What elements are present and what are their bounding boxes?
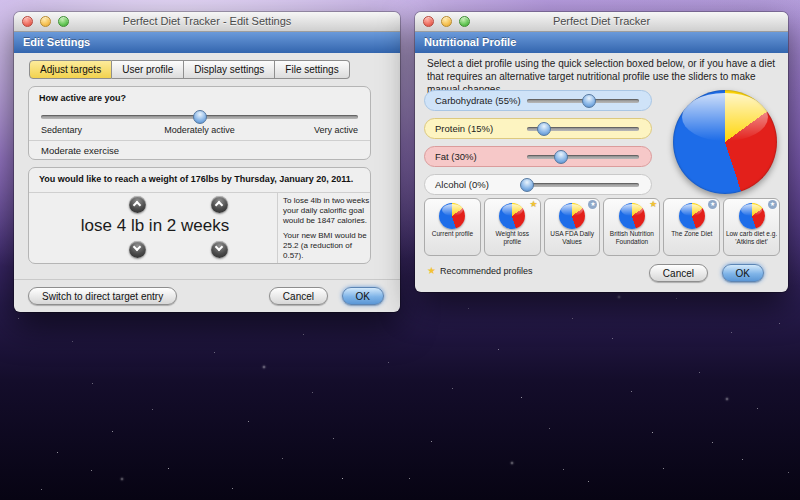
activity-slider-labels: Sedentary Moderately active Very active	[41, 125, 358, 135]
tab-display-settings[interactable]: Display settings	[184, 60, 275, 79]
profile-label: The Zone Diet	[664, 230, 719, 238]
profile-zone-diet[interactable]: ★ The Zone Diet	[663, 198, 720, 256]
fat-label: Fat (30%)	[435, 151, 477, 162]
alcohol-slider-track[interactable]	[527, 183, 639, 187]
target-stepper-area: lose 4 lb in 2 weeks	[33, 194, 277, 262]
profile-selector: Current profile ★ Weight loss profile ★ …	[424, 198, 780, 256]
activity-question: How active are you?	[39, 93, 360, 103]
protein-slider-track[interactable]	[527, 127, 639, 131]
profile-british-nutrition[interactable]: ★ British Nutrition Foundation	[603, 198, 660, 256]
weeks-decrease-button[interactable]	[211, 241, 228, 258]
target-heading: You would like to reach a weight of 176l…	[39, 174, 360, 184]
close-button[interactable]	[423, 16, 434, 27]
section-header: Edit Settings	[14, 32, 400, 53]
target-details: To lose 4lb in two weeks your daily calo…	[283, 196, 371, 261]
profile-badge: ★	[530, 200, 538, 209]
tab-bar: Adjust targetsUser profileDisplay settin…	[29, 59, 350, 79]
fat-slider-knob[interactable]	[554, 150, 568, 164]
target-groupbox: You would like to reach a weight of 176l…	[28, 167, 371, 264]
activity-groupbox: How active are you? Sedentary Moderately…	[28, 86, 371, 160]
profile-usa-fda[interactable]: ★ USA FDA Daily Values	[544, 198, 601, 256]
protein-label: Protein (15%)	[435, 123, 493, 134]
profile-pie-icon	[499, 203, 525, 229]
profile-pie-icon	[679, 203, 705, 229]
weeks-increase-button[interactable]	[211, 196, 228, 213]
tab-file-settings[interactable]: File settings	[275, 60, 349, 79]
nutrition-pie-chart	[673, 90, 777, 194]
window-title: Perfect Diet Tracker - Edit Settings	[14, 12, 400, 31]
profile-pie-icon	[559, 203, 585, 229]
profile-current[interactable]: Current profile	[424, 198, 481, 256]
profile-weight-loss[interactable]: ★ Weight loss profile	[484, 198, 541, 256]
left-footer: Switch to direct target entry Cancel OK	[14, 279, 400, 312]
activity-slider-knob[interactable]	[193, 110, 207, 124]
edit-settings-window: Perfect Diet Tracker - Edit Settings Edi…	[14, 12, 400, 312]
label-very-active: Very active	[314, 125, 358, 135]
carbohydrate-slider-row: Carbohydrate (55%)	[424, 90, 652, 111]
switch-direct-entry-button[interactable]: Switch to direct target entry	[28, 287, 177, 305]
activity-value: Moderate exercise	[41, 145, 119, 156]
carbohydrate-label: Carbohydrate (55%)	[435, 95, 521, 106]
alcohol-slider-knob[interactable]	[520, 178, 534, 192]
recommended-legend: ★Recommended profiles	[427, 265, 533, 276]
zoom-button[interactable]	[459, 16, 470, 27]
profile-pie-icon	[439, 203, 465, 229]
star-field-bright	[0, 0, 2, 2]
title-bar[interactable]: Perfect Diet Tracker	[415, 12, 788, 32]
minimize-button[interactable]	[40, 16, 51, 27]
profile-badge: ★	[588, 200, 597, 209]
bmi-text: Your new BMI would be 25.2 (a reduction …	[283, 231, 371, 260]
section-header: Nutritional Profile	[415, 32, 788, 53]
protein-slider-knob[interactable]	[537, 122, 551, 136]
title-bar[interactable]: Perfect Diet Tracker - Edit Settings	[14, 12, 400, 32]
profile-pie-icon	[739, 203, 765, 229]
profile-label: British Nutrition Foundation	[604, 230, 659, 245]
recommended-legend-text: Recommended profiles	[440, 266, 533, 276]
profile-label: Current profile	[425, 230, 480, 238]
nutritional-profile-window: Perfect Diet Tracker Nutritional Profile…	[415, 12, 788, 292]
calorie-goal-text: To lose 4lb in two weeks your daily calo…	[283, 196, 371, 225]
profile-badge: ★	[768, 200, 777, 209]
cancel-button[interactable]: Cancel	[649, 264, 708, 282]
tab-user-profile[interactable]: User profile	[112, 60, 184, 79]
carbohydrate-slider-track[interactable]	[527, 99, 639, 103]
ok-button[interactable]: OK	[342, 287, 384, 305]
pounds-decrease-button[interactable]	[129, 241, 146, 258]
profile-label: Low carb diet e.g. 'Atkins diet'	[724, 230, 779, 245]
tab-adjust-targets[interactable]: Adjust targets	[29, 60, 112, 79]
close-button[interactable]	[22, 16, 33, 27]
lose-weight-text: lose 4 lb in 2 weeks	[33, 216, 277, 236]
alcohol-label: Alcohol (0%)	[435, 179, 489, 190]
ok-button[interactable]: OK	[722, 264, 764, 282]
fat-slider-track[interactable]	[527, 155, 639, 159]
pounds-increase-button[interactable]	[129, 196, 146, 213]
alcohol-slider-row: Alcohol (0%)	[424, 174, 652, 195]
star-icon: ★	[427, 265, 436, 276]
zoom-button[interactable]	[58, 16, 69, 27]
profile-low-carb[interactable]: ★ Low carb diet e.g. 'Atkins diet'	[723, 198, 780, 256]
cancel-button[interactable]: Cancel	[269, 287, 328, 305]
activity-slider-track[interactable]	[41, 115, 358, 119]
profile-label: Weight loss profile	[485, 230, 540, 245]
minimize-button[interactable]	[441, 16, 452, 27]
profile-pie-icon	[619, 203, 645, 229]
label-moderately-active: Moderately active	[41, 125, 358, 135]
profile-badge: ★	[649, 200, 657, 209]
fat-slider-row: Fat (30%)	[424, 146, 652, 167]
window-title: Perfect Diet Tracker	[415, 12, 788, 31]
profile-label: USA FDA Daily Values	[545, 230, 600, 245]
carbohydrate-slider-knob[interactable]	[582, 94, 596, 108]
protein-slider-row: Protein (15%)	[424, 118, 652, 139]
profile-badge: ★	[708, 200, 717, 209]
